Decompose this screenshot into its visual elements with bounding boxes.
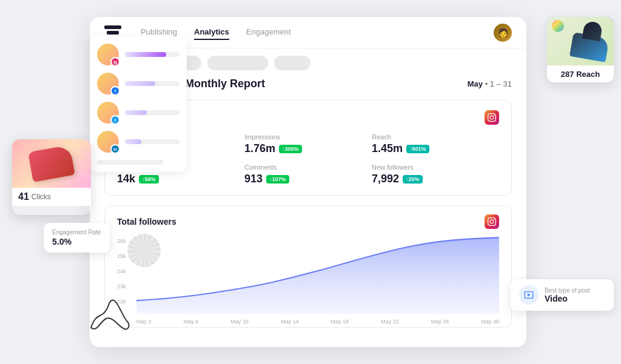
y-label-2: 25k	[117, 253, 126, 259]
reach-image	[547, 17, 614, 65]
clicks-label: Clicks	[32, 193, 51, 201]
social-avatar-instagram: ig	[97, 44, 119, 65]
social-avatar-linkedin: in	[97, 131, 119, 153]
social-avatar-facebook: f	[97, 73, 119, 94]
linkedin-badge: in	[110, 144, 120, 154]
metric-impressions-badge: ↑305%	[279, 145, 302, 153]
decoration-scribble	[85, 291, 133, 334]
metric-reach-label: Reach	[372, 133, 499, 141]
tab-engagement[interactable]: Engagement	[246, 25, 291, 40]
metric-likes-value: 14k	[117, 173, 135, 185]
reach-footer: 287 Reach	[547, 65, 614, 82]
metric-comments-label: Comments	[244, 164, 372, 171]
best-post-icon	[519, 285, 539, 305]
metric-reach-value: 1.45m	[372, 142, 403, 155]
date-month: May	[468, 79, 483, 88]
metric-comments-value: 913	[244, 173, 263, 185]
x-label-7: May 26	[431, 319, 449, 325]
y-label-4: 23k	[117, 283, 126, 290]
clicks-footer: 41 Clicks	[12, 188, 91, 206]
x-label-2: May 6	[184, 319, 199, 325]
best-post-value: Video	[545, 294, 590, 303]
chart-inner: 26k 25k 24k 23k 22k	[117, 235, 499, 327]
avatar[interactable]: 🧑	[494, 24, 512, 42]
metric-impressions-value: 1.76m	[244, 142, 275, 155]
filter-pill-2[interactable]	[207, 56, 268, 70]
x-label-6: May 22	[381, 319, 399, 325]
social-item-instagram: ig	[97, 44, 180, 65]
social-item-twitter: t	[97, 102, 180, 124]
x-labels: May 2 May 6 May 10 May 14 May 18 May 22 …	[136, 316, 499, 327]
best-post-text: Best type of post Video	[545, 287, 590, 303]
report-date: May • 1 – 31	[468, 79, 512, 88]
clicks-image	[12, 139, 91, 188]
metric-reach: Reach 1.45m ↑501%	[372, 133, 499, 155]
filter-pill-3[interactable]	[274, 56, 310, 70]
reach-card: 287 Reach	[547, 17, 614, 82]
reach-value: 287 Reach	[561, 70, 600, 79]
metric-impressions: Impressions 1.76m ↑305%	[244, 133, 372, 155]
engagement-card: Engagement Rate 5.0%	[44, 223, 110, 253]
metric-comments-badge: ↑107%	[266, 175, 289, 184]
engagement-value: 5.0%	[52, 237, 101, 247]
nav-tabs: Publishing Analytics Engagement	[141, 25, 474, 40]
x-label-4: May 14	[281, 319, 299, 325]
twitter-badge: t	[110, 115, 120, 125]
metric-followers: New followers 7,992 ↑20%	[372, 164, 499, 185]
tab-analytics[interactable]: Analytics	[194, 25, 229, 40]
metric-followers-label: New followers	[372, 164, 499, 171]
clicks-card: 41 Clicks	[12, 139, 91, 215]
metric-likes-badge: ↑58%	[139, 175, 159, 184]
instagram-badge: ig	[110, 57, 120, 67]
chart-instagram-icon	[485, 214, 499, 229]
metric-followers-badge: ↑20%	[403, 175, 423, 184]
decoration-circle	[127, 234, 161, 267]
metric-reach-badge: ↑501%	[406, 145, 429, 153]
engagement-label: Engagement Rate	[52, 229, 101, 236]
metric-impressions-label: Impressions	[244, 133, 372, 141]
best-post-label: Best type of post	[545, 287, 590, 294]
chart-header: Total followers	[117, 214, 499, 229]
x-label-8: May 30	[481, 319, 499, 325]
social-item-linkedin: in	[97, 131, 180, 153]
y-label-1: 26k	[117, 238, 126, 244]
x-label-3: May 10	[230, 319, 249, 325]
metric-comments: Comments 913 ↑107%	[244, 164, 372, 185]
facebook-badge: f	[110, 86, 120, 96]
x-label-5: May 18	[331, 319, 349, 325]
left-panel: ig f t	[90, 36, 187, 172]
metric-followers-value: 7,992	[372, 173, 399, 185]
chart-svg	[136, 235, 499, 314]
date-range: • 1 – 31	[485, 79, 512, 88]
social-item-facebook: f	[97, 73, 180, 94]
social-avatar-twitter: t	[97, 102, 119, 124]
chart-title: Total followers	[117, 217, 176, 227]
best-post-card: Best type of post Video	[511, 279, 614, 311]
instagram-icon	[485, 110, 499, 125]
x-label-1: May 2	[136, 319, 152, 325]
chart-card: Total followers 26k 25k 24k 23k 22k	[104, 205, 512, 328]
y-label-3: 24k	[117, 268, 126, 274]
clicks-number: 41	[18, 191, 29, 202]
